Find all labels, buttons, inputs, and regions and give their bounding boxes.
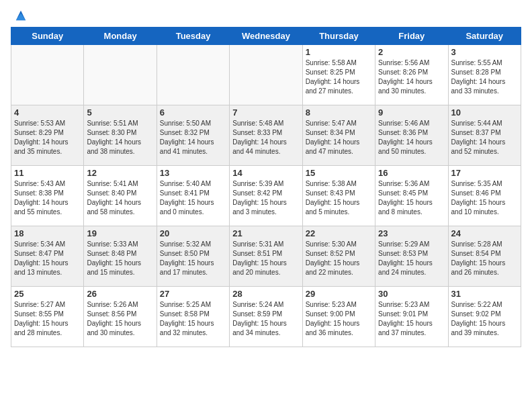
day-info: Sunrise: 5:48 AM Sunset: 8:33 PM Dayligh… [232,119,299,156]
calendar-day-cell: 29Sunrise: 5:23 AM Sunset: 9:00 PM Dayli… [302,287,375,347]
logo-icon [15,9,27,21]
day-info: Sunrise: 5:38 AM Sunset: 8:43 PM Dayligh… [306,179,372,217]
day-info: Sunrise: 5:23 AM Sunset: 9:01 PM Dayligh… [378,300,445,338]
day-info: Sunrise: 5:32 AM Sunset: 8:50 PM Dayligh… [160,240,226,277]
calendar-day-cell: 26Sunrise: 5:26 AM Sunset: 8:56 PM Dayli… [84,287,157,347]
day-number: 3 [451,47,518,57]
day-info: Sunrise: 5:35 AM Sunset: 8:46 PM Dayligh… [451,179,518,217]
day-info: Sunrise: 5:22 AM Sunset: 9:02 PM Dayligh… [451,300,518,338]
header [7,7,525,24]
day-info: Sunrise: 5:41 AM Sunset: 8:40 PM Dayligh… [87,179,153,217]
calendar-week-row: 11Sunrise: 5:43 AM Sunset: 8:38 PM Dayli… [11,166,521,226]
calendar-day-cell: 17Sunrise: 5:35 AM Sunset: 8:46 PM Dayli… [448,166,521,226]
calendar-day-cell [11,45,84,105]
calendar-day-cell: 31Sunrise: 5:22 AM Sunset: 9:02 PM Dayli… [448,287,521,347]
day-info: Sunrise: 5:27 AM Sunset: 8:55 PM Dayligh… [14,300,81,338]
calendar-day-cell: 22Sunrise: 5:30 AM Sunset: 8:52 PM Dayli… [302,226,375,287]
day-number: 30 [378,289,445,299]
day-info: Sunrise: 5:36 AM Sunset: 8:45 PM Dayligh… [378,179,445,217]
day-number: 17 [451,168,518,178]
day-number: 12 [87,168,153,178]
day-number: 29 [306,289,372,299]
calendar-day-cell: 16Sunrise: 5:36 AM Sunset: 8:45 PM Dayli… [375,166,448,226]
day-info: Sunrise: 5:55 AM Sunset: 8:28 PM Dayligh… [451,58,518,96]
calendar-day-cell: 2Sunrise: 5:56 AM Sunset: 8:26 PM Daylig… [375,45,448,105]
calendar-week-row: 25Sunrise: 5:27 AM Sunset: 8:55 PM Dayli… [11,287,521,347]
calendar-table: SundayMondayTuesdayWednesdayThursdayFrid… [11,27,521,347]
day-info: Sunrise: 5:47 AM Sunset: 8:34 PM Dayligh… [306,119,372,156]
weekday-header-monday: Monday [84,28,157,45]
calendar-day-cell: 9Sunrise: 5:46 AM Sunset: 8:36 PM Daylig… [375,105,448,166]
calendar-day-cell [230,45,302,105]
calendar-day-cell: 3Sunrise: 5:55 AM Sunset: 8:28 PM Daylig… [448,45,521,105]
day-info: Sunrise: 5:50 AM Sunset: 8:32 PM Dayligh… [160,119,226,156]
calendar-day-cell: 23Sunrise: 5:29 AM Sunset: 8:53 PM Dayli… [375,226,448,287]
day-number: 18 [14,228,81,238]
day-number: 22 [306,228,372,238]
day-number: 10 [451,107,518,118]
day-number: 19 [87,228,153,238]
calendar-day-cell: 8Sunrise: 5:47 AM Sunset: 8:34 PM Daylig… [302,105,375,166]
calendar-day-cell: 6Sunrise: 5:50 AM Sunset: 8:32 PM Daylig… [157,105,229,166]
day-info: Sunrise: 5:39 AM Sunset: 8:42 PM Dayligh… [232,179,299,217]
calendar-day-cell: 12Sunrise: 5:41 AM Sunset: 8:40 PM Dayli… [84,166,157,226]
calendar-day-cell: 24Sunrise: 5:28 AM Sunset: 8:54 PM Dayli… [448,226,521,287]
day-info: Sunrise: 5:29 AM Sunset: 8:53 PM Dayligh… [378,240,445,277]
day-info: Sunrise: 5:26 AM Sunset: 8:56 PM Dayligh… [87,300,153,338]
day-number: 15 [306,168,372,178]
day-info: Sunrise: 5:25 AM Sunset: 8:58 PM Dayligh… [160,300,226,338]
day-number: 27 [160,289,226,299]
day-info: Sunrise: 5:44 AM Sunset: 8:37 PM Dayligh… [451,119,518,156]
day-number: 28 [232,289,299,299]
day-info: Sunrise: 5:23 AM Sunset: 9:00 PM Dayligh… [306,300,372,338]
day-number: 7 [232,107,299,118]
logo [13,12,27,21]
weekday-header-sunday: Sunday [11,28,84,45]
calendar-day-cell [157,45,229,105]
calendar-day-cell: 10Sunrise: 5:44 AM Sunset: 8:37 PM Dayli… [448,105,521,166]
weekday-header-wednesday: Wednesday [230,28,302,45]
calendar-week-row: 1Sunrise: 5:58 AM Sunset: 8:25 PM Daylig… [11,45,521,105]
calendar-week-row: 18Sunrise: 5:34 AM Sunset: 8:47 PM Dayli… [11,226,521,287]
calendar-day-cell: 14Sunrise: 5:39 AM Sunset: 8:42 PM Dayli… [230,166,302,226]
calendar-day-cell: 28Sunrise: 5:24 AM Sunset: 8:59 PM Dayli… [230,287,302,347]
day-number: 2 [378,47,445,57]
day-number: 4 [14,107,81,118]
day-info: Sunrise: 5:34 AM Sunset: 8:47 PM Dayligh… [14,240,81,277]
day-info: Sunrise: 5:30 AM Sunset: 8:52 PM Dayligh… [306,240,372,277]
day-number: 1 [306,47,372,57]
calendar-day-cell: 30Sunrise: 5:23 AM Sunset: 9:01 PM Dayli… [375,287,448,347]
calendar-day-cell: 27Sunrise: 5:25 AM Sunset: 8:58 PM Dayli… [157,287,229,347]
calendar-day-cell: 1Sunrise: 5:58 AM Sunset: 8:25 PM Daylig… [302,45,375,105]
calendar-day-cell: 13Sunrise: 5:40 AM Sunset: 8:41 PM Dayli… [157,166,229,226]
day-number: 9 [378,107,445,118]
day-info: Sunrise: 5:51 AM Sunset: 8:30 PM Dayligh… [87,119,153,156]
day-number: 14 [232,168,299,178]
weekday-header-saturday: Saturday [448,28,521,45]
day-info: Sunrise: 5:46 AM Sunset: 8:36 PM Dayligh… [378,119,445,156]
calendar-day-cell: 4Sunrise: 5:53 AM Sunset: 8:29 PM Daylig… [11,105,84,166]
calendar-day-cell: 7Sunrise: 5:48 AM Sunset: 8:33 PM Daylig… [230,105,302,166]
calendar-day-cell: 20Sunrise: 5:32 AM Sunset: 8:50 PM Dayli… [157,226,229,287]
calendar-day-cell: 25Sunrise: 5:27 AM Sunset: 8:55 PM Dayli… [11,287,84,347]
day-number: 23 [378,228,445,238]
weekday-header-thursday: Thursday [302,28,375,45]
calendar-day-cell: 5Sunrise: 5:51 AM Sunset: 8:30 PM Daylig… [84,105,157,166]
day-number: 24 [451,228,518,238]
day-number: 16 [378,168,445,178]
day-number: 11 [14,168,81,178]
calendar-week-row: 4Sunrise: 5:53 AM Sunset: 8:29 PM Daylig… [11,105,521,166]
calendar-day-cell: 11Sunrise: 5:43 AM Sunset: 8:38 PM Dayli… [11,166,84,226]
day-number: 6 [160,107,226,118]
calendar-day-cell: 21Sunrise: 5:31 AM Sunset: 8:51 PM Dayli… [230,226,302,287]
calendar: SundayMondayTuesdayWednesdayThursdayFrid… [11,27,521,347]
day-info: Sunrise: 5:33 AM Sunset: 8:48 PM Dayligh… [87,240,153,277]
day-number: 26 [87,289,153,299]
day-number: 20 [160,228,226,238]
weekday-header-friday: Friday [375,28,448,45]
calendar-day-cell: 18Sunrise: 5:34 AM Sunset: 8:47 PM Dayli… [11,226,84,287]
calendar-day-cell: 19Sunrise: 5:33 AM Sunset: 8:48 PM Dayli… [84,226,157,287]
calendar-day-cell: 15Sunrise: 5:38 AM Sunset: 8:43 PM Dayli… [302,166,375,226]
day-info: Sunrise: 5:58 AM Sunset: 8:25 PM Dayligh… [306,58,372,96]
day-info: Sunrise: 5:31 AM Sunset: 8:51 PM Dayligh… [232,240,299,277]
